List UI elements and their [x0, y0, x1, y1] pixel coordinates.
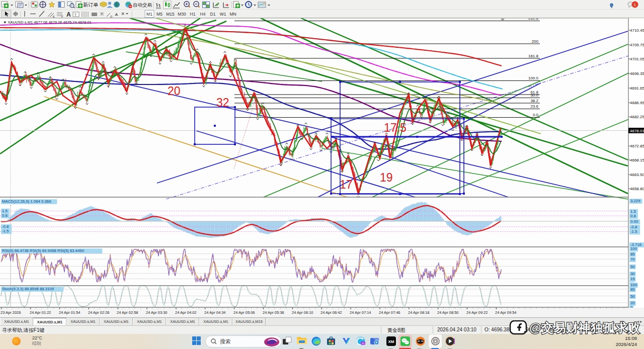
svg-text:1: 1 — [634, 3, 636, 7]
svg-text:M1: M1 — [146, 12, 152, 17]
svg-text:38.2: 38.2 — [530, 99, 538, 103]
svg-text:4663.50: 4663.50 — [630, 172, 644, 177]
svg-text:32: 32 — [216, 96, 229, 109]
svg-text:100: 100 — [630, 283, 637, 287]
svg-text:23.6: 23.6 — [530, 104, 538, 109]
svg-text:161.8: 161.8 — [528, 54, 539, 58]
svg-text:4705.75: 4705.75 — [630, 43, 644, 47]
svg-text:23 Apr 2026: 23 Apr 2026 — [1, 310, 21, 315]
svg-text:17: 17 — [340, 178, 353, 191]
svg-text:4658.80: 4658.80 — [630, 187, 644, 191]
svg-text:20: 20 — [168, 84, 181, 98]
svg-text:17.5: 17.5 — [384, 121, 407, 134]
svg-text:24 Apr 02:26: 24 Apr 02:26 — [88, 310, 110, 315]
svg-text:H1: H1 — [190, 12, 196, 17]
svg-text:24 Apr 02:58: 24 Apr 02:58 — [117, 310, 138, 315]
svg-text:24 Apr 06:10: 24 Apr 06:10 — [292, 310, 313, 315]
svg-text:1.5: 1.5 — [2, 209, 8, 213]
svg-text:M5: M5 — [156, 12, 163, 17]
svg-text:M30: M30 — [178, 12, 186, 17]
svg-text:50: 50 — [630, 294, 635, 299]
svg-text:24 Apr 09:54: 24 Apr 09:54 — [495, 310, 517, 315]
svg-text:85: 85 — [630, 252, 635, 256]
svg-text:4682.25: 4682.25 — [630, 115, 644, 119]
svg-text:24 Apr 07:14: 24 Apr 07:14 — [350, 310, 371, 315]
svg-text:0.8: 0.8 — [2, 213, 8, 218]
svg-text:4701.05: 4701.05 — [630, 57, 644, 61]
svg-text:3.229: 3.229 — [630, 199, 640, 203]
svg-text:4672.85: 4672.85 — [630, 144, 644, 148]
svg-text:W1: W1 — [220, 12, 226, 17]
svg-text:0.00: 0.00 — [630, 219, 638, 224]
svg-text:RSI(9) 66.4736 RSI(5) 69.9458: RSI(9) 66.4736 RSI(5) 69.9458 RSI(5) 63.… — [2, 248, 85, 253]
svg-text:D1: D1 — [210, 12, 216, 17]
svg-text:24 Apr 07:46: 24 Apr 07:46 — [379, 310, 400, 315]
svg-text:-1.5: -1.5 — [630, 229, 637, 234]
svg-text:-0.8: -0.8 — [2, 224, 9, 229]
svg-text:4710.45: 4710.45 — [630, 28, 644, 33]
svg-text:24 Apr 05:06: 24 Apr 05:06 — [233, 310, 255, 315]
svg-text:20: 20 — [630, 301, 635, 305]
svg-text:自动交易: 自动交易 — [133, 2, 152, 8]
svg-text:XM: XM — [388, 339, 394, 344]
svg-text:80: 80 — [630, 287, 635, 292]
svg-text:50: 50 — [630, 265, 635, 269]
svg-text:MACD(12,26,9) 1.064 0.366: MACD(12,26,9) 1.064 0.366 — [2, 199, 51, 204]
svg-text:100: 100 — [630, 246, 637, 251]
svg-text:24 Apr 04:02: 24 Apr 04:02 — [175, 310, 197, 315]
svg-text:M15: M15 — [166, 12, 175, 17]
svg-text:24 Apr 05:38: 24 Apr 05:38 — [263, 310, 284, 315]
svg-text:0.8: 0.8 — [630, 214, 636, 218]
svg-text:H4: H4 — [200, 12, 206, 17]
svg-text:200: 200 — [532, 39, 539, 44]
svg-text:新订单: 新订单 — [83, 2, 99, 8]
svg-text:4678.01: 4678.01 — [630, 129, 644, 133]
svg-text:261.8: 261.8 — [528, 18, 539, 21]
svg-text:24 Apr 08:18: 24 Apr 08:18 — [408, 310, 430, 315]
svg-text:T: T — [74, 13, 77, 17]
svg-text:A: A — [66, 11, 71, 18]
svg-text:50.0: 50.0 — [530, 93, 538, 98]
svg-text:▼ XAUUSD.s,M1 4677.08 4678.06: ▼ XAUUSD.s,M1 4677.08 4678.06 4675.74 46… — [3, 20, 92, 25]
svg-text:E: E — [53, 15, 55, 18]
svg-text:-1.5: -1.5 — [2, 229, 9, 233]
svg-text:24 Apr 09:22: 24 Apr 09:22 — [466, 310, 488, 315]
svg-text:-0.8: -0.8 — [630, 225, 637, 229]
svg-text:Stoch(9,3,3) 88.8598 88.3109: Stoch(9,3,3) 88.8598 88.3109 — [2, 287, 54, 291]
svg-text:70: 70 — [630, 257, 635, 261]
svg-text:4696.35: 4696.35 — [630, 71, 644, 76]
svg-text:MN: MN — [229, 12, 236, 17]
svg-text:1.5: 1.5 — [630, 209, 636, 214]
svg-text:0.0: 0.0 — [533, 113, 539, 117]
svg-text:4686.95: 4686.95 — [630, 101, 644, 105]
svg-text:24 Apr 03:30: 24 Apr 03:30 — [146, 310, 168, 315]
svg-text:4691.65: 4691.65 — [630, 86, 644, 91]
svg-text:100.0: 100.0 — [528, 76, 539, 80]
svg-text:24 Apr 01:54: 24 Apr 01:54 — [59, 310, 80, 315]
svg-text:AI: AI — [362, 342, 364, 345]
svg-text:24 Apr 08:50: 24 Apr 08:50 — [437, 310, 459, 315]
svg-text:15: 15 — [630, 277, 635, 281]
svg-text:24 Apr 06:42: 24 Apr 06:42 — [320, 310, 342, 315]
svg-text:4668.15: 4668.15 — [630, 158, 644, 162]
svg-text:30: 30 — [630, 272, 635, 276]
svg-text:24 Apr 04:34: 24 Apr 04:34 — [204, 310, 226, 315]
svg-text:24 Apr 01:22: 24 Apr 01:22 — [30, 310, 51, 315]
svg-text:19: 19 — [380, 171, 393, 184]
